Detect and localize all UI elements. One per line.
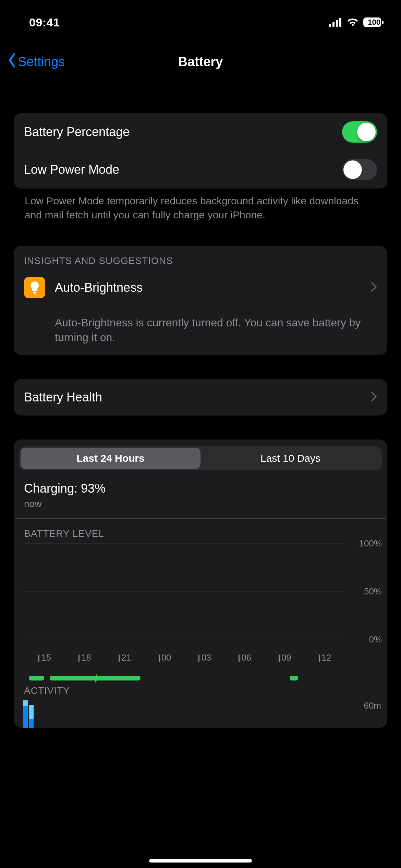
x-tick-label: 09 <box>281 652 291 663</box>
y-label-100: 100% <box>359 538 382 549</box>
battery-health-row[interactable]: Battery Health <box>14 379 387 415</box>
low-power-mode-row: Low Power Mode <box>14 151 387 189</box>
wifi-icon <box>346 17 359 27</box>
charging-status-block: Charging: 93% now <box>15 474 386 519</box>
activity-y-top: 60m <box>364 700 381 711</box>
home-indicator[interactable] <box>149 859 252 863</box>
activity-bar <box>23 700 28 728</box>
charging-indicator <box>290 676 298 680</box>
y-label-50: 50% <box>364 586 382 597</box>
status-time: 09:41 <box>29 16 60 29</box>
toggles-group: Battery Percentage Low Power Mode <box>14 113 387 189</box>
svg-rect-3 <box>339 18 341 27</box>
back-label: Settings <box>18 55 65 69</box>
battery-level-chart[interactable]: 100% 50% 0% 1518210003060912 <box>23 543 385 673</box>
battery-health-group: Battery Health <box>14 379 387 415</box>
cellular-icon <box>329 18 342 27</box>
charging-subtitle: now <box>24 498 377 509</box>
insights-header: INSIGHTS AND SUGGESTIONS <box>14 246 387 271</box>
svg-rect-0 <box>329 24 331 27</box>
lightbulb-icon <box>24 277 45 298</box>
activity-bar <box>29 705 34 728</box>
low-power-mode-label: Low Power Mode <box>24 162 342 177</box>
x-tick-label: 18 <box>81 652 91 663</box>
battery-percentage-row: Battery Percentage <box>14 113 387 151</box>
y-label-0: 0% <box>369 634 382 645</box>
chevron-left-icon <box>7 53 18 71</box>
svg-rect-6 <box>33 292 36 293</box>
svg-rect-7 <box>34 293 36 294</box>
nav-bar: Settings Battery <box>0 45 401 79</box>
insights-title: Auto-Brightness <box>55 280 371 295</box>
tab-last-10-days[interactable]: Last 10 Days <box>200 448 380 469</box>
battery-health-label: Battery Health <box>24 390 371 405</box>
status-bar: 09:41 100 <box>0 0 401 45</box>
svg-rect-1 <box>332 22 335 27</box>
x-tick-label: 06 <box>241 652 251 663</box>
battery-icon: 100 <box>363 17 384 27</box>
x-tick-label: 21 <box>121 652 131 663</box>
charging-indicator <box>29 676 44 680</box>
back-button[interactable]: Settings <box>0 53 65 71</box>
svg-rect-2 <box>336 20 338 27</box>
tab-last-24-hours[interactable]: Last 24 Hours <box>21 448 200 469</box>
battery-percentage-toggle[interactable] <box>342 121 377 143</box>
low-power-mode-toggle[interactable] <box>342 159 377 180</box>
chevron-right-icon <box>371 282 377 293</box>
battery-percent-text: 100 <box>368 18 380 27</box>
status-icons-group: 100 <box>329 17 384 27</box>
auto-brightness-row[interactable]: Auto-Brightness Auto-Brightness is curre… <box>14 271 387 355</box>
x-tick-label: 03 <box>201 652 211 663</box>
charging-title: Charging: 93% <box>24 481 377 496</box>
insights-description: Auto-Brightness is currently turned off.… <box>24 315 377 345</box>
insights-group: INSIGHTS AND SUGGESTIONS Auto-Brightness… <box>14 246 387 355</box>
x-tick-label: 12 <box>321 652 331 663</box>
low-power-mode-footer: Low Power Mode temporarily reduces backg… <box>14 189 387 222</box>
time-range-segmented: Last 24 Hours Last 10 Days <box>19 446 382 470</box>
svg-rect-5 <box>382 21 384 24</box>
bolt-icon <box>93 674 100 685</box>
battery-level-title: BATTERY LEVEL <box>14 528 387 543</box>
x-tick-label: 00 <box>161 652 171 663</box>
chevron-right-icon <box>371 391 377 403</box>
activity-title: ACTIVITY <box>14 685 387 700</box>
battery-percentage-label: Battery Percentage <box>24 125 342 139</box>
usage-group: Last 24 Hours Last 10 Days Charging: 93%… <box>14 439 387 728</box>
activity-chart[interactable]: 60m <box>23 700 385 728</box>
x-tick-label: 15 <box>41 652 51 663</box>
